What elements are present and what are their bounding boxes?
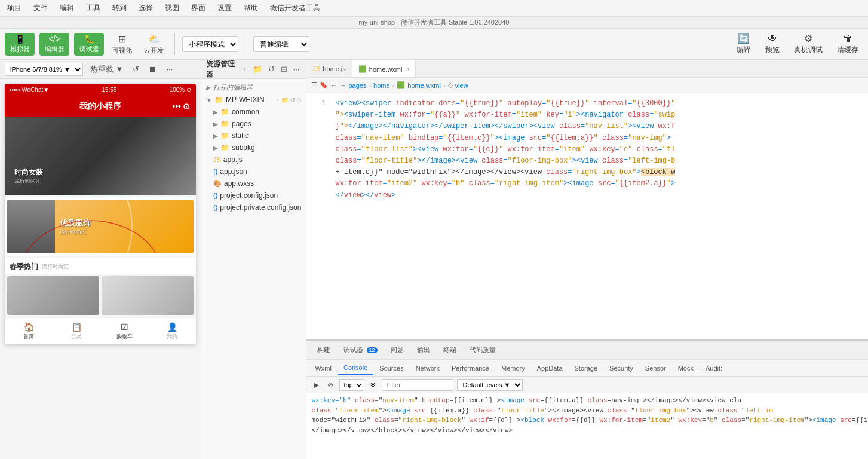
breadcrumb-pages[interactable]: pages — [348, 82, 366, 89]
tab-home[interactable]: 🏠 首页 — [5, 318, 53, 344]
root-folder-label: MP-WEIXIN — [226, 96, 265, 104]
inner-tab-appdata[interactable]: AppData — [531, 362, 569, 374]
context-select[interactable]: top — [339, 379, 364, 391]
root-folder[interactable]: ▼ 📁 MP-WEIXIN + 📁 ↺ ⊟ — [201, 94, 306, 106]
inner-tab-sources[interactable]: Sources — [373, 362, 409, 374]
inner-tab-security[interactable]: Security — [603, 362, 639, 374]
file-appwxss[interactable]: 🎨 app.wxss — [201, 178, 306, 189]
cloud-icon: ⛅ — [148, 33, 160, 45]
compile-button[interactable]: 🔄 编译 — [732, 31, 756, 57]
file-appjson[interactable]: {} app.json — [201, 166, 306, 178]
folder-static[interactable]: ▶ 📁 static — [201, 130, 306, 142]
simulator-button[interactable]: 📱 模拟器 — [5, 33, 35, 56]
menu-tools[interactable]: 工具 — [84, 2, 103, 14]
menu-goto[interactable]: 转到 — [110, 2, 129, 14]
folder-subpkg[interactable]: ▶ 📁 subpkg — [201, 142, 306, 154]
inner-tab-network[interactable]: Network — [410, 362, 446, 374]
tab-homejs[interactable]: JS home.js — [306, 60, 352, 77]
menu-wechat-devtools[interactable]: 微信开发者工具 — [268, 2, 323, 14]
inner-tab-performance[interactable]: Performance — [446, 362, 495, 374]
menu-edit[interactable]: 编辑 — [57, 2, 76, 14]
new-folder-button[interactable]: 📁 — [251, 64, 264, 74]
devtab-terminal[interactable]: 终端 — [437, 343, 462, 357]
line-num-4 — [311, 133, 326, 144]
breadcrumb-filename[interactable]: home.wxml — [407, 82, 441, 89]
devtools-play-btn[interactable]: ▶ — [311, 380, 321, 390]
tab-home-label: 首页 — [23, 333, 34, 341]
debugger-button[interactable]: 🐛 调试器 — [74, 33, 104, 56]
tab-cart[interactable]: ☑ 购物车 — [100, 318, 148, 344]
pages-folder-label: pages — [232, 120, 251, 128]
clear-cache-button[interactable]: 🗑 清缓存 — [832, 32, 863, 57]
devtab-build[interactable]: 构建 — [311, 343, 336, 357]
level-select[interactable]: Default levels ▼ — [457, 379, 523, 391]
inner-tab-wxml[interactable]: Wxml — [309, 362, 338, 374]
open-editors-section[interactable]: ▶ 打开的编辑器 — [201, 81, 306, 94]
breadcrumb-forward[interactable]: → — [339, 82, 346, 89]
stop-button[interactable]: ⏹ — [146, 63, 159, 75]
menu-view[interactable]: 视图 — [162, 2, 182, 14]
mode-select[interactable]: 小程序模式 插件模式 — [182, 36, 238, 52]
file-appjs[interactable]: JS app.js — [201, 154, 306, 166]
static-folder-icon: 📁 — [220, 131, 229, 140]
new-file-button[interactable]: + — [240, 64, 249, 74]
file-projectprivate[interactable]: {} project.private.config.json — [201, 201, 306, 213]
breadcrumb-back[interactable]: ← — [330, 82, 337, 89]
simulator-toolbar: iPhone 6/7/8 81% ▼ 热重载 ▼ ↺ ⏹ ··· — [0, 60, 201, 79]
real-debug-button[interactable]: ⚙ 真机调试 — [789, 31, 827, 57]
spring-sub: 流行时尚汇 — [42, 263, 69, 271]
tab-cart-label: 购物车 — [116, 333, 133, 341]
tab-mine[interactable]: 👤 我的 — [148, 318, 196, 344]
inner-tab-console[interactable]: Console — [338, 362, 373, 375]
visualize-button[interactable]: ⊞ 可视化 — [109, 33, 136, 56]
inner-tab-sensor[interactable]: Sensor — [639, 362, 672, 374]
devtab-issues[interactable]: 问题 — [385, 343, 410, 357]
editor-button[interactable]: </> 编辑器 — [39, 33, 69, 56]
filter-input[interactable] — [382, 379, 453, 391]
code-editor[interactable]: 1 <view><swiper indicator-dots="{{true}}… — [306, 93, 868, 339]
code-line-7: + item.c}}" mode="widthFix"></image></vi… — [306, 167, 868, 178]
menu-project[interactable]: 项目 — [5, 2, 24, 14]
breadcrumb-home[interactable]: home — [373, 82, 390, 89]
devtab-output[interactable]: 输出 — [411, 343, 436, 357]
hot-reload-button[interactable]: 热重载 ▼ — [88, 63, 125, 76]
more-tree-button[interactable]: ··· — [292, 64, 302, 74]
folder-common[interactable]: ▶ 📁 common — [201, 106, 306, 118]
menu-interface[interactable]: 界面 — [189, 2, 208, 14]
collapse-tree-button[interactable]: ⊟ — [279, 64, 289, 74]
refresh-tree-button[interactable]: ↺ — [266, 64, 277, 74]
menu-file[interactable]: 文件 — [31, 2, 50, 14]
compile-select[interactable]: 普通编辑 自定义编译 — [253, 36, 309, 52]
folder-pages[interactable]: ▶ 📁 pages — [201, 118, 306, 130]
cloud-button[interactable]: ⛅ 云开发 — [140, 33, 167, 56]
breadcrumb-view[interactable]: view — [455, 82, 468, 89]
inner-tab-mock[interactable]: Mock — [672, 362, 700, 374]
devtools-console[interactable]: wx:key="b" class="nav-item" bindtap={{it… — [306, 393, 868, 459]
breadcrumb-view-icon: ◇ — [448, 81, 453, 89]
refresh-button[interactable]: ↺ — [130, 63, 142, 75]
more-button[interactable]: ··· — [164, 63, 175, 75]
file-projectconfig[interactable]: {} project.config.json — [201, 189, 306, 201]
devtab-debugger[interactable]: 调试器 12 — [338, 343, 383, 357]
menu-select[interactable]: 选择 — [136, 2, 155, 14]
inner-tab-memory[interactable]: Memory — [495, 362, 531, 374]
devtab-quality[interactable]: 代码质量 — [464, 343, 502, 357]
menu-settings[interactable]: 设置 — [215, 2, 234, 14]
root-folder-actions: + 📁 ↺ ⊟ — [276, 97, 301, 103]
menu-help[interactable]: 帮助 — [241, 2, 260, 14]
code-content-4: class="nav-item" bindtap="{{item.c}}"><i… — [335, 133, 671, 144]
tab-homewxml[interactable]: 🟩 home.wxml × — [352, 60, 416, 77]
product-card-1 — [7, 276, 99, 315]
device-select[interactable]: iPhone 6/7/8 81% ▼ — [5, 63, 83, 76]
phone-status-bar: ••••• WeChat▼ 15:55 100% ⊙ — [5, 84, 196, 96]
devtools-stop-btn[interactable]: ⊘ — [325, 380, 336, 390]
phone-carrier: ••••• WeChat▼ — [10, 87, 49, 93]
inner-tab-audit[interactable]: Audit: — [700, 362, 728, 374]
preview-button[interactable]: 👁 预览 — [760, 32, 784, 57]
section-title-row: 春季热门 流行时尚汇 — [5, 258, 196, 274]
tab-category[interactable]: 📋 分类 — [53, 318, 100, 344]
homewxml-tab-close[interactable]: × — [406, 66, 409, 72]
simulator-icon: 📱 — [15, 34, 25, 44]
appwxss-label: app.wxss — [224, 179, 254, 188]
inner-tab-storage[interactable]: Storage — [569, 362, 604, 374]
